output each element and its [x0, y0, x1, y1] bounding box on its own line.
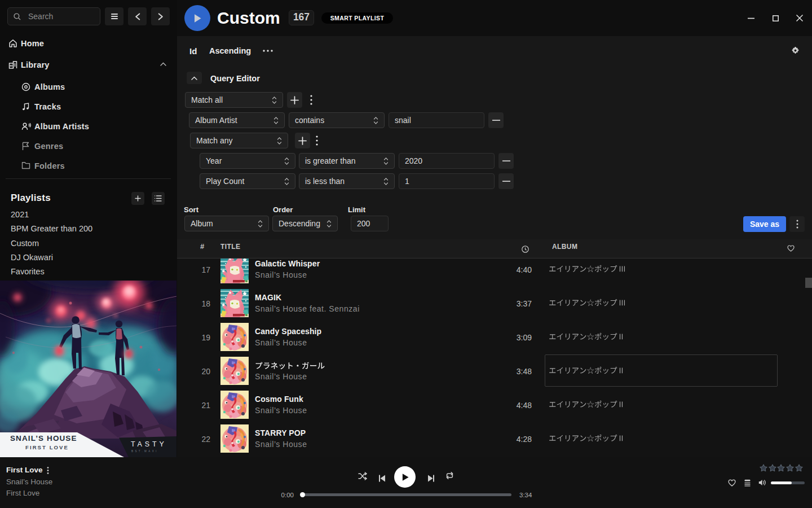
svg-text:FIRST LOVE: FIRST LOVE: [25, 444, 69, 450]
svg-text:TASTY: TASTY: [131, 440, 167, 448]
svg-text:BST.MAXI: BST.MAXI: [131, 450, 158, 453]
svg-text:SNAIL’S HOUSE: SNAIL’S HOUSE: [10, 434, 77, 443]
